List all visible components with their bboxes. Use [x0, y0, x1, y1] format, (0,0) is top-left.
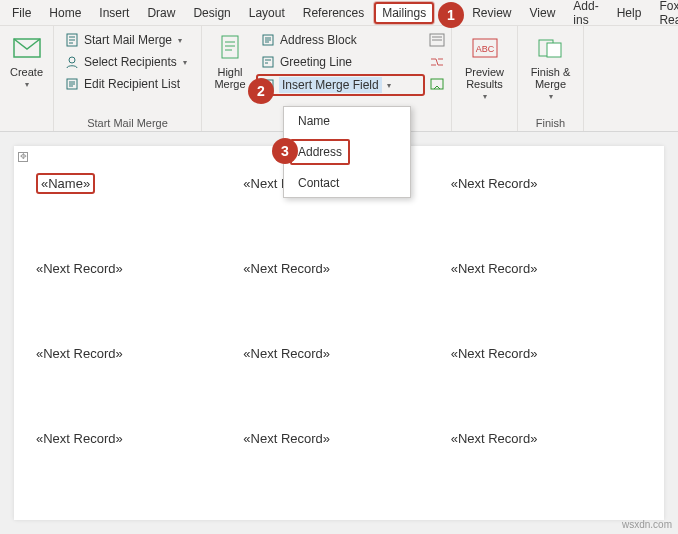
preview-icon: ABC	[469, 32, 501, 64]
label-cell[interactable]: «Next Record»	[443, 255, 650, 340]
dropdown-item-name[interactable]: Name	[284, 107, 410, 135]
start-mail-merge-label: Start Mail Merge	[84, 33, 172, 47]
highlight-icon	[214, 32, 246, 64]
start-mail-merge-button[interactable]: Start Mail Merge ▾	[60, 30, 195, 50]
svg-text:ABC: ABC	[475, 44, 494, 54]
group-create: Create ▾	[0, 26, 54, 131]
label-cell[interactable]: «Next Record»	[443, 425, 650, 510]
group-finish: Finish & Merge ▾ Finish	[518, 26, 584, 131]
document-page[interactable]: ✥ «Name» «Next Record» «Next Record» «Ne…	[14, 146, 664, 520]
chevron-down-icon: ▾	[387, 81, 391, 90]
address-block-button[interactable]: Address Block	[256, 30, 425, 50]
label-cell[interactable]: «Next Record»	[235, 255, 442, 340]
edit-list-icon	[64, 76, 80, 92]
select-recipients-label: Select Recipients	[84, 55, 177, 69]
chevron-down-icon: ▾	[483, 92, 487, 101]
label-cell[interactable]: «Next Record»	[443, 170, 650, 255]
label-cell[interactable]: «Next Record»	[28, 255, 235, 340]
dropdown-item-contact[interactable]: Contact	[284, 169, 410, 197]
address-block-icon	[260, 32, 276, 48]
rules-icon[interactable]	[429, 32, 445, 48]
insert-merge-field-label: Insert Merge Field	[282, 78, 379, 92]
menu-draw[interactable]: Draw	[139, 3, 183, 23]
menu-review[interactable]: Review	[464, 3, 519, 23]
greeting-line-label: Greeting Line	[280, 55, 352, 69]
chevron-down-icon: ▾	[25, 80, 29, 89]
watermark: wsxdn.com	[622, 519, 672, 530]
menu-insert[interactable]: Insert	[91, 3, 137, 23]
chevron-down-icon: ▾	[183, 58, 187, 67]
people-icon	[64, 54, 80, 70]
menu-references[interactable]: References	[295, 3, 372, 23]
create-label: Create	[10, 66, 43, 78]
select-recipients-button[interactable]: Select Recipients ▾	[60, 52, 195, 72]
edit-recipient-list-button[interactable]: Edit Recipient List	[60, 74, 195, 94]
edit-recipient-list-label: Edit Recipient List	[84, 77, 180, 91]
label-cell[interactable]: «Next Record»	[28, 425, 235, 510]
greeting-icon	[260, 54, 276, 70]
menu-layout[interactable]: Layout	[241, 3, 293, 23]
highlight-merge-label: Highl Merge	[214, 66, 245, 90]
menu-home[interactable]: Home	[41, 3, 89, 23]
group-start-label: Start Mail Merge	[60, 115, 195, 129]
label-cell[interactable]: «Next Record»	[235, 340, 442, 425]
document-icon	[64, 32, 80, 48]
label-cell[interactable]: «Next Record»	[235, 425, 442, 510]
greeting-line-button[interactable]: Greeting Line	[256, 52, 425, 72]
chevron-down-icon: ▾	[178, 36, 182, 45]
label-cell[interactable]: «Next Record»	[28, 340, 235, 425]
callout-2: 2	[248, 78, 274, 104]
dropdown-item-address[interactable]: Address	[290, 139, 350, 165]
envelope-icon	[11, 32, 43, 64]
menu-bar: File Home Insert Draw Design Layout Refe…	[0, 0, 678, 26]
group-preview: ABC Preview Results ▾	[452, 26, 518, 131]
match-fields-icon[interactable]	[429, 54, 445, 70]
table-anchor-icon[interactable]: ✥	[18, 152, 28, 162]
preview-results-button[interactable]: ABC Preview Results ▾	[458, 30, 511, 127]
svg-rect-4	[222, 36, 238, 58]
menu-help[interactable]: Help	[609, 3, 650, 23]
svg-rect-9	[431, 79, 443, 89]
svg-rect-13	[547, 43, 561, 57]
menu-design[interactable]: Design	[185, 3, 238, 23]
finish-merge-icon	[535, 32, 567, 64]
svg-rect-6	[263, 57, 273, 67]
insert-merge-field-dropdown: Name Address Contact	[283, 106, 411, 198]
group-start-mail-merge: Start Mail Merge ▾ Select Recipients ▾ E…	[54, 26, 202, 131]
finish-merge-label: Finish & Merge	[531, 66, 571, 90]
finish-merge-button[interactable]: Finish & Merge ▾	[524, 30, 577, 115]
callout-1: 1	[438, 2, 464, 28]
highlight-merge-fields-button[interactable]: Highl Merge	[208, 30, 252, 127]
menu-view[interactable]: View	[522, 3, 564, 23]
svg-point-2	[69, 57, 75, 63]
chevron-down-icon: ▾	[549, 92, 553, 101]
preview-results-label: Preview Results	[465, 66, 504, 90]
labels-grid: «Name» «Next Record» «Next Record» «Next…	[28, 170, 650, 510]
create-button[interactable]: Create ▾	[6, 30, 47, 127]
update-labels-icon[interactable]	[429, 76, 445, 92]
callout-3: 3	[272, 138, 298, 164]
label-cell[interactable]: «Next Record»	[443, 340, 650, 425]
label-cell-first[interactable]: «Name»	[28, 170, 235, 255]
address-block-label: Address Block	[280, 33, 357, 47]
group-finish-label: Finish	[524, 115, 577, 129]
menu-file[interactable]: File	[4, 3, 39, 23]
insert-merge-field-button[interactable]: Insert Merge Field ▾	[256, 74, 425, 96]
menu-mailings[interactable]: Mailings	[374, 2, 434, 24]
